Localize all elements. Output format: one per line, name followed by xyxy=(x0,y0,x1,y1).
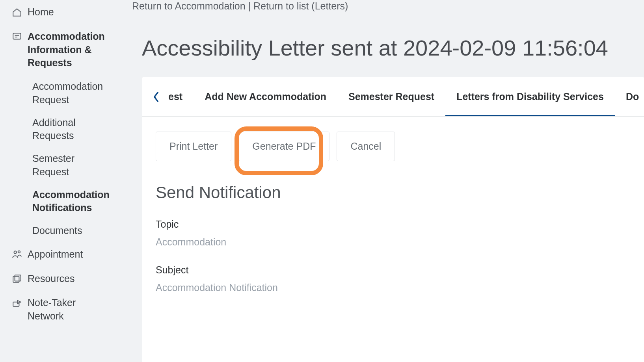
main-content: Return to Accommodation | Return to list… xyxy=(118,0,644,362)
sidebar-item-label: Accommodation Notifications xyxy=(32,189,110,213)
field-label-topic: Topic xyxy=(156,219,644,230)
sidebar-item-label: Home xyxy=(28,6,54,19)
svg-point-4 xyxy=(18,251,20,253)
content-card: est Add New Accommodation Semester Reque… xyxy=(142,77,644,362)
sidebar: Home Accommodation Information & Request… xyxy=(0,0,118,362)
svg-rect-7 xyxy=(13,302,19,306)
sidebar-item-cutoff[interactable] xyxy=(0,329,118,336)
tab-scroll-left[interactable] xyxy=(146,91,166,102)
sidebar-item-appointment[interactable]: Appointment xyxy=(0,242,118,267)
field-label-subject: Subject xyxy=(156,264,644,276)
sidebar-subitem-accommodation-request[interactable]: Accommodation Request xyxy=(0,75,118,111)
appointment-icon xyxy=(12,249,22,260)
tab-semester-request[interactable]: Semester Request xyxy=(337,77,445,116)
note-taker-icon xyxy=(12,298,22,308)
resources-icon xyxy=(12,274,22,284)
sidebar-item-label: Resources xyxy=(28,272,75,286)
sidebar-subitem-documents[interactable]: Documents xyxy=(0,219,118,242)
sidebar-subitem-semester-request[interactable]: Semester Request xyxy=(0,147,118,184)
tab-letters-disability-services[interactable]: Letters from Disability Services xyxy=(445,77,615,116)
section-heading-send-notification: Send Notification xyxy=(156,183,644,202)
breadcrumb: Return to Accommodation | Return to list… xyxy=(118,0,644,13)
unknown-icon xyxy=(12,336,22,336)
page-title: Accessibility Letter sent at 2024-02-09 … xyxy=(142,35,644,61)
sidebar-item-home[interactable]: Home xyxy=(0,0,118,24)
tab-fragment-right[interactable]: Do xyxy=(615,77,639,116)
tab-add-new-accommodation[interactable]: Add New Accommodation xyxy=(194,77,337,116)
sidebar-item-label: Accommodation Request xyxy=(32,81,103,105)
tab-bar: est Add New Accommodation Semester Reque… xyxy=(142,77,644,117)
sidebar-item-label: Semester Request xyxy=(32,153,74,177)
cutoff-area xyxy=(142,307,644,362)
cancel-button[interactable]: Cancel xyxy=(337,132,395,161)
breadcrumb-return-accommodation[interactable]: Return to Accommodation xyxy=(132,0,246,11)
sidebar-item-label: Documents xyxy=(32,225,82,236)
sidebar-subitem-additional-requests[interactable]: Additional Requests xyxy=(0,111,118,148)
tab-fragment-left[interactable]: est xyxy=(166,77,194,116)
home-icon xyxy=(12,7,22,17)
field-value-topic: Accommodation xyxy=(156,236,644,248)
breadcrumb-separator: | xyxy=(246,0,253,11)
sidebar-item-resources[interactable]: Resources xyxy=(0,267,118,291)
svg-point-3 xyxy=(14,251,17,254)
sidebar-subitem-accommodation-notifications[interactable]: Accommodation Notifications xyxy=(0,184,118,220)
accommodation-icon xyxy=(12,32,22,42)
field-value-subject: Accommodation Notification xyxy=(156,282,644,293)
sidebar-item-label: Accommodation Information & Requests xyxy=(28,30,110,70)
print-letter-button[interactable]: Print Letter xyxy=(156,132,231,161)
sidebar-item-note-taker[interactable]: Note-Taker Network xyxy=(0,291,118,329)
sidebar-item-label: Appointment xyxy=(28,248,83,261)
sidebar-item-label: Additional Requests xyxy=(32,117,76,141)
generate-pdf-button[interactable]: Generate PDF xyxy=(238,132,329,161)
button-row: Print Letter Generate PDF Cancel xyxy=(156,132,644,161)
breadcrumb-return-list[interactable]: Return to list (Letters) xyxy=(253,0,348,11)
sidebar-item-label: Note-Taker Network xyxy=(28,296,110,323)
sidebar-item-accommodation-info[interactable]: Accommodation Information & Requests xyxy=(0,24,118,75)
svg-rect-0 xyxy=(13,33,21,39)
